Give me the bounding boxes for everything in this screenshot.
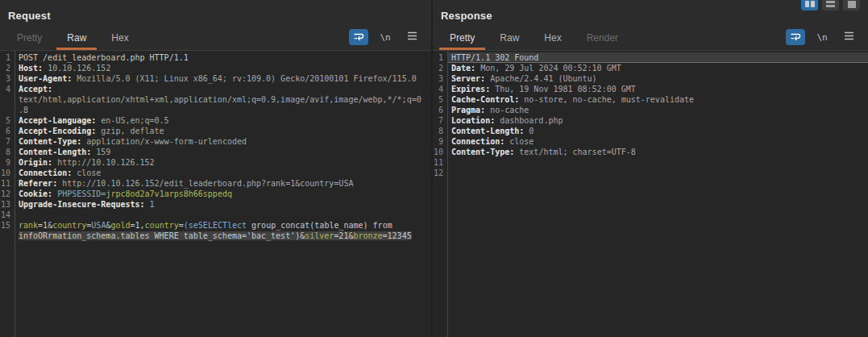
line-number: 3: [0, 73, 15, 84]
line-number: 5: [433, 94, 447, 105]
editor-line[interactable]: 7Content-Type: application/x-www-form-ur…: [0, 136, 431, 147]
editor-line[interactable]: 1HTTP/1.1 302 Found: [433, 52, 868, 63]
code-text[interactable]: Content-Length: 0: [447, 126, 868, 136]
code-text[interactable]: Expires: Thu, 19 Nov 1981 08:52:00 GMT: [447, 84, 868, 94]
newline-toggle-button[interactable]: \n: [376, 29, 395, 45]
line-number: 9: [433, 136, 447, 147]
editor-line[interactable]: 1POST /edit_leaderboard.php HTTP/1.1: [0, 52, 431, 63]
editor-line[interactable]: 2Date: Mon, 29 Jul 2024 00:52:10 GMT: [433, 63, 868, 73]
editor-line[interactable]: 6Accept-Encoding: gzip, deflate: [0, 126, 431, 136]
line-number: 11: [0, 178, 15, 189]
code-text[interactable]: [447, 157, 868, 168]
editor-line[interactable]: 8Content-Length: 0: [433, 126, 868, 136]
layout-stacked-button[interactable]: [822, 0, 839, 10]
layout-side-by-side-button[interactable]: [801, 0, 818, 10]
code-text[interactable]: Accept:: [15, 84, 431, 94]
editor-line[interactable]: 4Accept:: [0, 84, 431, 94]
wrap-toggle-button[interactable]: [349, 29, 368, 45]
editor-line[interactable]: 4Expires: Thu, 19 Nov 1981 08:52:00 GMT: [433, 84, 868, 94]
code-text[interactable]: Server: Apache/2.4.41 (Ubuntu): [447, 73, 868, 84]
code-text[interactable]: User-Agent: Mozilla/5.0 (X11; Linux x86_…: [15, 73, 431, 84]
tab-render[interactable]: Render: [576, 27, 629, 50]
code-text[interactable]: Host: 10.10.126.152: [15, 63, 431, 73]
editor-line[interactable]: 6Pragma: no-cache: [433, 105, 868, 115]
code-text[interactable]: rank=1&country=USA&gold=1,country=(seSEL…: [15, 220, 431, 231]
editor-line[interactable]: text/html,application/xhtml+xml,applicat…: [0, 94, 431, 105]
line-number: 8: [433, 126, 447, 136]
tab-raw[interactable]: Raw: [489, 27, 530, 50]
code-text[interactable]: text/html,application/xhtml+xml,applicat…: [15, 94, 431, 105]
tab-raw[interactable]: Raw: [56, 27, 97, 50]
code-text[interactable]: Referer: http://10.10.126.152/edit_leade…: [15, 178, 431, 189]
code-text[interactable]: Content-Type: text/html; charset=UTF-8: [447, 147, 868, 157]
code-text[interactable]: Content-Type: application/x-www-form-url…: [15, 136, 431, 147]
code-text[interactable]: .8: [15, 105, 431, 115]
editor-line[interactable]: 14: [0, 210, 431, 220]
code-text[interactable]: HTTP/1.1 302 Found: [447, 52, 868, 63]
tab-pretty[interactable]: Pretty: [6, 27, 52, 50]
wrap-toggle-button[interactable]: [786, 29, 805, 45]
editor-line[interactable]: infoORrmation_schema.tables WHERE table_…: [0, 231, 431, 241]
code-text[interactable]: Date: Mon, 29 Jul 2024 00:52:10 GMT: [447, 63, 868, 73]
layout-side-by-side-icon: [805, 1, 809, 7]
code-text[interactable]: Cache-Control: no-store, no-cache, must-…: [447, 94, 868, 105]
code-text[interactable]: Location: dashboard.php: [447, 115, 868, 126]
editor-line[interactable]: 10Connection: close: [0, 168, 431, 178]
code-text[interactable]: infoORrmation_schema.tables WHERE table_…: [15, 231, 431, 241]
editor-line[interactable]: 11Referer: http://10.10.126.152/edit_lea…: [0, 178, 431, 189]
line-number: 8: [0, 147, 15, 157]
layout-combined-button[interactable]: [843, 0, 860, 10]
editor-line[interactable]: 9Origin: http://10.10.126.152: [0, 157, 431, 168]
line-number: [0, 231, 15, 241]
editor-line[interactable]: 13Upgrade-Insecure-Requests: 1: [0, 199, 431, 210]
editor-line[interactable]: 3Server: Apache/2.4.41 (Ubuntu): [433, 73, 868, 84]
request-panel-header: Request PrettyRawHex \n: [0, 0, 431, 50]
editor-line[interactable]: 9Connection: close: [433, 136, 868, 147]
editor-line[interactable]: 12: [433, 168, 868, 178]
response-editor[interactable]: 1HTTP/1.1 302 Found2Date: Mon, 29 Jul 20…: [433, 50, 868, 337]
response-tabs-row: PrettyRawHexRender \n: [433, 27, 868, 50]
editor-line[interactable]: 5Accept-Language: en-US,en;q=0.5: [0, 115, 431, 126]
tab-pretty[interactable]: Pretty: [439, 27, 485, 50]
editor-line[interactable]: 7Location: dashboard.php: [433, 115, 868, 126]
line-number: 11: [433, 157, 447, 168]
code-text[interactable]: Origin: http://10.10.126.152: [15, 157, 431, 168]
layout-stacked-icon: [826, 1, 835, 7]
code-text[interactable]: Cookie: PHPSESSID=jrpc8od2a7v1arps8h66sp…: [15, 189, 431, 199]
code-text[interactable]: [15, 210, 431, 220]
editor-line[interactable]: 11: [433, 157, 868, 168]
code-text[interactable]: Upgrade-Insecure-Requests: 1: [15, 199, 431, 210]
editor-line[interactable]: .8: [0, 105, 431, 115]
code-text[interactable]: Content-Length: 159: [15, 147, 431, 157]
line-number: 7: [0, 136, 15, 147]
editor-line[interactable]: 15rank=1&country=USA&gold=1,country=(seS…: [0, 220, 431, 231]
editor-line[interactable]: 8Content-Length: 159: [0, 147, 431, 157]
editor-menu-button[interactable]: [402, 29, 422, 45]
hamburger-menu-icon: [844, 31, 854, 43]
editor-line[interactable]: 5Cache-Control: no-store, no-cache, must…: [433, 94, 868, 105]
newline-toggle-button[interactable]: \n: [812, 29, 832, 45]
hamburger-menu-icon: [407, 31, 417, 43]
code-text[interactable]: Accept-Language: en-US,en;q=0.5: [15, 115, 431, 126]
selection-highlight: infoORrmation_schema.tables WHERE table_…: [19, 231, 412, 240]
line-number: 14: [0, 210, 15, 220]
code-text[interactable]: POST /edit_leaderboard.php HTTP/1.1: [15, 52, 431, 63]
editor-line[interactable]: 10Content-Type: text/html; charset=UTF-8: [433, 147, 868, 157]
editor-line[interactable]: 12Cookie: PHPSESSID=jrpc8od2a7v1arps8h66…: [0, 189, 431, 199]
tab-hex[interactable]: Hex: [101, 27, 139, 50]
tab-hex[interactable]: Hex: [534, 27, 571, 50]
code-text[interactable]: Accept-Encoding: gzip, deflate: [15, 126, 431, 136]
request-panel-title: Request: [0, 6, 431, 27]
editor-menu-button[interactable]: [839, 29, 858, 45]
code-text[interactable]: [447, 168, 868, 178]
editor-line[interactable]: 3User-Agent: Mozilla/5.0 (X11; Linux x86…: [0, 73, 431, 84]
request-editor[interactable]: 1POST /edit_leaderboard.php HTTP/1.12Hos…: [0, 50, 431, 337]
code-text[interactable]: Connection: close: [15, 168, 431, 178]
word-wrap-icon: [790, 31, 801, 44]
code-text[interactable]: Connection: close: [447, 136, 868, 147]
line-number: 5: [0, 115, 15, 126]
line-number: 7: [433, 115, 447, 126]
code-text[interactable]: Pragma: no-cache: [447, 105, 868, 115]
line-number: 12: [433, 168, 447, 178]
editor-line[interactable]: 2Host: 10.10.126.152: [0, 63, 431, 73]
